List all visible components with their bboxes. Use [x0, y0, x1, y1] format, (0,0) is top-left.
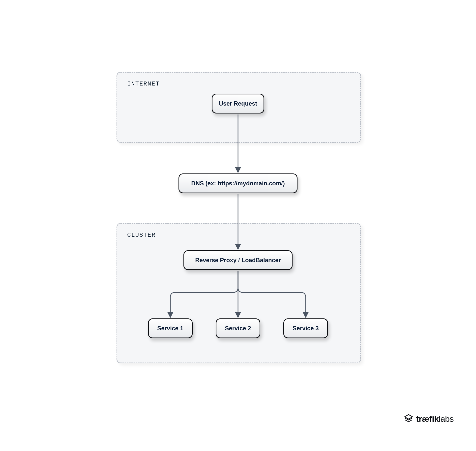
zone-internet-label: INTERNET [127, 81, 160, 87]
node-user-request: User Request [212, 94, 264, 113]
zone-cluster: CLUSTER [117, 223, 361, 363]
traefik-logo-icon [404, 414, 414, 424]
node-service-1-label: Service 1 [157, 325, 183, 332]
footer-brand-text: træfiklabs [416, 414, 454, 424]
node-user-request-label: User Request [219, 100, 257, 107]
node-dns-label: DNS (ex: https://mydomain.com/) [191, 180, 285, 187]
footer-brand-light: labs [439, 414, 454, 423]
node-dns: DNS (ex: https://mydomain.com/) [178, 173, 298, 193]
zone-cluster-label: CLUSTER [127, 232, 156, 238]
footer-logo: træfiklabs [404, 414, 454, 424]
diagram-canvas: INTERNET CLUSTER User Request DNS (ex: h… [0, 0, 476, 451]
node-service-3-label: Service 3 [293, 325, 319, 332]
node-service-3: Service 3 [283, 318, 328, 338]
node-service-2: Service 2 [216, 318, 260, 338]
footer-brand-bold: træfik [416, 414, 439, 423]
node-service-2-label: Service 2 [225, 325, 251, 332]
node-reverse-proxy-label: Reverse Proxy / LoadBalancer [195, 257, 281, 264]
node-reverse-proxy: Reverse Proxy / LoadBalancer [183, 250, 293, 270]
node-service-1: Service 1 [148, 318, 193, 338]
